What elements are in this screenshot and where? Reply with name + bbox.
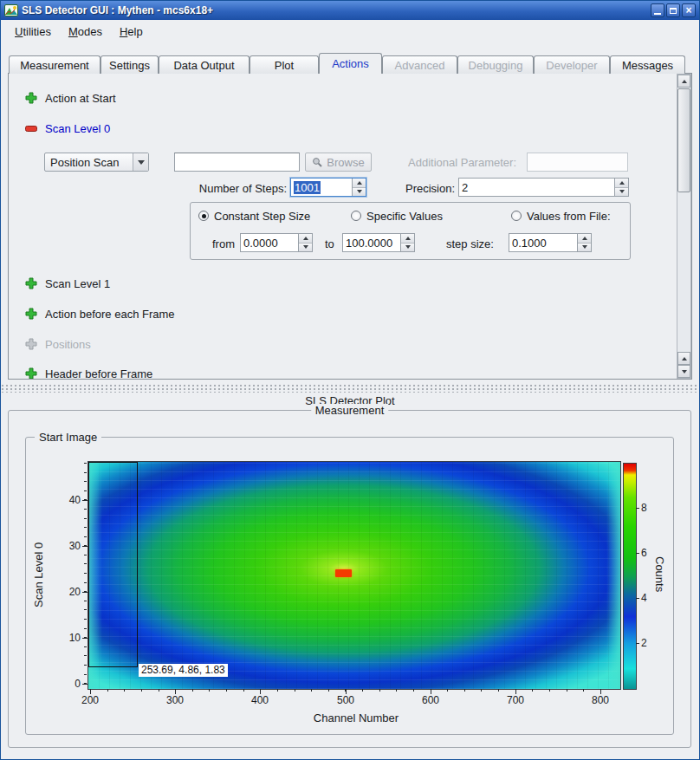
close-button[interactable]: ×	[682, 3, 696, 17]
start-image-group-title: Start Image	[35, 431, 101, 444]
expand-plus-icon-disabled[interactable]	[25, 338, 37, 350]
scan-level-0-label[interactable]: Scan Level 0	[45, 122, 110, 135]
values-from-file-label: Values from File:	[527, 210, 611, 223]
spin-buttons	[400, 234, 414, 251]
spin-down-button[interactable]	[615, 187, 628, 197]
heatmap-canvas[interactable]: 253.69, 4.86, 1.83	[88, 461, 621, 690]
tab-plot[interactable]: Plot	[250, 55, 319, 74]
radio-values-from-file[interactable]: Values from File:	[511, 210, 611, 222]
y-tick	[82, 546, 88, 547]
colorbar-tick	[636, 598, 639, 599]
precision-spinbox[interactable]: 2	[458, 178, 629, 197]
spin-up-button[interactable]	[299, 234, 312, 243]
tab-developer[interactable]: Developer	[534, 55, 610, 74]
radio-constant-step-size[interactable]: Constant Step Size	[198, 210, 310, 222]
scan-level-1-label[interactable]: Scan Level 1	[45, 277, 110, 290]
header-before-frame-row: Header before Frame	[25, 367, 152, 379]
maximize-icon	[670, 8, 677, 14]
spin-down-button[interactable]	[299, 243, 312, 252]
tab-data-output[interactable]: Data Output	[159, 55, 250, 74]
tab-measurement[interactable]: Measurement	[9, 55, 100, 74]
constant-step-size-label: Constant Step Size	[214, 210, 310, 223]
spin-down-button[interactable]	[353, 187, 366, 197]
splitter-handle[interactable]	[1, 384, 699, 393]
scan-mode-select[interactable]: Position Scan	[44, 153, 149, 172]
tab-debugging[interactable]: Debugging	[457, 55, 534, 74]
header-before-frame-label[interactable]: Header before Frame	[45, 367, 152, 379]
scan-level-1-row: Scan Level 1	[25, 276, 110, 290]
spin-up-button[interactable]	[615, 179, 628, 187]
number-of-steps-spinbox[interactable]: 1001	[290, 178, 366, 197]
browse-label: Browse	[327, 156, 364, 169]
action-before-each-frame-label[interactable]: Action before each Frame	[45, 308, 175, 321]
expand-plus-icon[interactable]	[25, 367, 37, 379]
spin-down-button[interactable]	[401, 243, 414, 252]
tab-actions[interactable]: Actions	[319, 53, 382, 74]
radio-checked-icon	[198, 211, 209, 221]
tab-settings[interactable]: Settings	[100, 55, 159, 74]
spin-up-button[interactable]	[401, 234, 414, 243]
y-tick-label: 40	[58, 494, 81, 506]
vertical-scrollbar[interactable]	[677, 74, 691, 379]
action-at-start-label[interactable]: Action at Start	[45, 92, 116, 105]
expand-plus-icon[interactable]	[25, 92, 37, 104]
expand-plus-icon[interactable]	[25, 277, 37, 289]
peak-marker	[335, 569, 352, 577]
tab-advanced[interactable]: Advanced	[382, 55, 457, 74]
precision-value: 2	[462, 181, 468, 194]
colorbar	[623, 463, 637, 690]
window-title: SLS Detector GUI : Mythen - mcs6x18+	[22, 4, 651, 16]
to-spinbox[interactable]: 100.0000	[342, 233, 415, 252]
collapse-minus-icon[interactable]	[25, 126, 37, 132]
y-axis-minor-ticks	[84, 463, 87, 686]
minimize-icon	[654, 13, 661, 15]
tab-bar: Measurement Settings Data Output Plot Ac…	[9, 53, 685, 74]
menu-modes[interactable]: Modes	[60, 23, 111, 41]
minimize-button[interactable]	[651, 3, 664, 17]
scan-script-input[interactable]	[174, 153, 300, 172]
step-size-value: 0.1000	[512, 237, 547, 250]
scroll-up-button[interactable]	[677, 75, 690, 88]
pixel-grid-overlay	[88, 462, 620, 689]
x-tick-label: 200	[73, 694, 107, 706]
menu-bar: Utilities Modes Help	[1, 20, 699, 42]
menu-utilities[interactable]: Utilities	[6, 23, 60, 41]
x-tick-label: 400	[243, 694, 277, 706]
radio-icon	[351, 211, 361, 221]
spin-up-button[interactable]	[353, 179, 366, 187]
spin-down-button[interactable]	[578, 243, 591, 252]
positions-row: Positions	[25, 337, 91, 351]
number-of-steps-field[interactable]: 1001	[291, 179, 352, 196]
app-icon	[4, 3, 18, 17]
to-field[interactable]: 100.0000	[343, 234, 400, 251]
browse-button[interactable]: Browse	[305, 153, 372, 172]
title-bar[interactable]: SLS Detector GUI : Mythen - mcs6x18+ ×	[1, 1, 699, 20]
spin-buttons	[614, 179, 628, 196]
additional-parameter-input[interactable]	[527, 153, 628, 172]
expand-plus-icon[interactable]	[25, 308, 37, 320]
step-size-label: step size:	[446, 237, 494, 250]
scroll-thumb[interactable]	[677, 88, 690, 192]
menu-help[interactable]: Help	[111, 23, 152, 41]
tab-messages[interactable]: Messages	[610, 55, 685, 74]
y-tick-label: 30	[58, 540, 81, 552]
from-field[interactable]: 0.0000	[241, 234, 298, 251]
scan-level-0-row: Scan Level 0	[25, 121, 110, 135]
maximize-button[interactable]	[666, 3, 680, 17]
scroll-up-button-bottom[interactable]	[677, 352, 690, 365]
step-size-spinbox[interactable]: 0.1000	[509, 233, 592, 252]
colorbar-label: Counts	[651, 461, 667, 688]
colorbar-tick	[636, 553, 639, 554]
y-tick	[82, 684, 88, 685]
from-spinbox[interactable]: 0.0000	[240, 233, 313, 252]
radio-specific-values[interactable]: Specific Values	[351, 210, 443, 222]
x-tick-label: 600	[413, 694, 448, 706]
positions-label[interactable]: Positions	[45, 338, 91, 351]
precision-field[interactable]: 2	[459, 179, 614, 196]
x-tick-label: 800	[583, 694, 618, 706]
spin-buttons	[577, 234, 591, 251]
step-size-field[interactable]: 0.1000	[509, 234, 577, 251]
scroll-down-button[interactable]	[677, 365, 690, 378]
spin-up-button[interactable]	[578, 234, 591, 243]
action-at-start-row: Action at Start	[25, 91, 116, 105]
